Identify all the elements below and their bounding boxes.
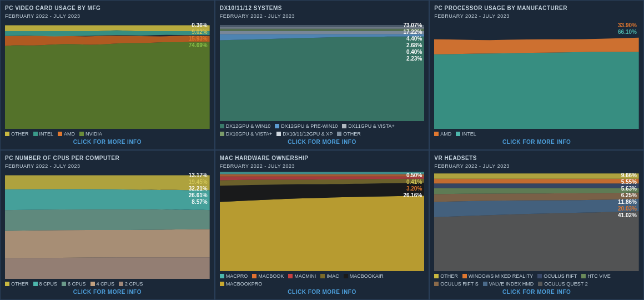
click-info-1[interactable]: CLICK FOR MORE INFO [5, 139, 210, 145]
legend-dot-3-1 [434, 132, 439, 136]
value-2-6: 2.23% [406, 56, 422, 62]
value-4-3: 32.21% [189, 186, 208, 192]
legend-item-2-6: OTHER [337, 131, 361, 137]
value-2-4: 2.68% [406, 42, 422, 48]
legend-dot-5-6 [220, 282, 224, 286]
chart-area-4: 13.17% 19.45% 32.21% 26.61% 8.57% [5, 171, 210, 279]
legend-label-5-1: MACPRO [226, 273, 248, 279]
legend-dot-5-4 [320, 274, 325, 278]
legend-dot-2-5 [276, 132, 281, 136]
legend-dot-6-1 [434, 274, 439, 278]
legend-dot-6-3 [537, 274, 542, 278]
legend-dot-1-4 [79, 132, 84, 136]
legend-label-1-1: OTHER [11, 131, 29, 137]
legend-item-1-4: NVIDIA [79, 131, 102, 137]
legend-label-6-3: OCULUS RIFT [544, 273, 577, 279]
date-range-4: FEBRUARY 2022 - JULY 2023 [5, 163, 210, 169]
legend-item-5-6: MACBOOKPRO [220, 281, 263, 287]
legend-dot-6-2 [462, 274, 467, 278]
legend-label-5-5: MACBOOKAIR [350, 273, 384, 279]
legend-item-5-3: MACMINI [288, 273, 316, 279]
legend-item-2-2: DX12GPU & PRE-WIN10 [275, 123, 338, 129]
legend-item-4-2: 8 CPUS [33, 281, 58, 287]
legend-dot-4-2 [33, 282, 38, 286]
value-2-3: 4.40% [406, 36, 422, 42]
value-6-7: 41.02% [618, 212, 637, 218]
legend-6: OTHER WINDOWS MIXED REALITY OCULUS RIFT … [434, 273, 639, 287]
legend-dot-6-5 [434, 282, 439, 286]
date-range-1: FEBRUARY 2022 - JULY 2023 [5, 13, 210, 19]
chart-svg-3 [434, 21, 639, 129]
legend-label-6-7: OCULUS QUEST 2 [544, 281, 587, 287]
legend-item-6-2: WINDOWS MIXED REALITY [462, 273, 534, 279]
legend-item-6-4: HTC VIVE [581, 273, 611, 279]
value-5-3: 3.20% [406, 186, 422, 192]
legend-label-2-5: DX10/11/12GPU & XP [283, 131, 333, 137]
legend-item-1-1: OTHER [5, 131, 29, 137]
chart-svg-6 [434, 171, 639, 271]
value-4-4: 26.61% [189, 192, 208, 198]
legend-item-2-3: DX11GPU & VISTA+ [342, 123, 395, 129]
click-info-2[interactable]: CLICK FOR MORE INFO [220, 139, 425, 145]
chart-svg-4 [5, 171, 210, 279]
panel-title-2: DX10/11/12 SYSTEMS [220, 5, 425, 11]
legend-dot-6-6 [483, 282, 487, 286]
values-overlay-1: 0.36% 9.02% 15.93% 74.69% [187, 21, 210, 49]
chart-area-3: 33.90% 66.10% [434, 21, 639, 129]
date-range-3: FEBRUARY 2022 - JULY 2023 [434, 13, 639, 19]
legend-item-4-5: 2 CPUS [119, 281, 143, 287]
value-6-3: 5.63% [621, 186, 637, 192]
click-info-6[interactable]: CLICK FOR MORE INFO [434, 289, 639, 295]
legend-item-4-3: 6 CPUS [62, 281, 86, 287]
value-5-1: 0.50% [406, 172, 422, 178]
legend-label-4-3: 6 CPUS [68, 281, 86, 287]
legend-label-3-2: INTEL [462, 131, 476, 137]
chart-area-5: 0.50% 0.41% 3.20% 26.16% [220, 171, 425, 271]
legend-label-2-6: OTHER [343, 131, 361, 137]
value-5-2: 0.41% [406, 179, 422, 185]
panel-dx-systems: DX10/11/12 SYSTEMS FEBRUARY 2022 - JULY … [215, 0, 430, 150]
chart-svg-1 [5, 21, 210, 129]
legend-item-2-5: DX10/11/12GPU & XP [276, 131, 333, 137]
chart-area-6: 9.66% 5.55% 5.63% 6.25% 11.86% 20.03% 41… [434, 171, 639, 271]
legend-label-4-1: OTHER [11, 281, 29, 287]
legend-dot-5-5 [344, 274, 348, 278]
legend-item-5-4: IMAC [320, 273, 339, 279]
legend-dot-4-5 [119, 282, 123, 286]
legend-2: DX12GPU & WIN10 DX12GPU & PRE-WIN10 DX11… [220, 123, 425, 137]
legend-item-6-7: OCULUS QUEST 2 [538, 281, 587, 287]
click-info-3[interactable]: CLICK FOR MORE INFO [434, 139, 639, 145]
value-1-2: 9.02% [192, 29, 207, 35]
legend-dot-1-1 [5, 132, 9, 136]
legend-dot-5-1 [220, 274, 224, 278]
legend-dot-5-3 [288, 274, 293, 278]
panel-title-5: MAC HARDWARE OWNERSHIP [220, 155, 425, 161]
value-6-4: 6.25% [621, 192, 637, 198]
click-info-4[interactable]: CLICK FOR MORE INFO [5, 289, 210, 295]
chart-4: 13.17% 19.45% 32.21% 26.61% 8.57% [5, 171, 210, 279]
legend-label-4-5: 2 CPUS [125, 281, 143, 287]
legend-5: MACPRO MACBOOK MACMINI IMAC MACBOOKAIR M… [220, 273, 425, 287]
panel-vr-headsets: VR HEADSETS FEBRUARY 2022 - JULY 2023 [429, 150, 644, 300]
panel-title-6: VR HEADSETS [434, 155, 639, 161]
values-overlay-4: 13.17% 19.45% 32.21% 26.61% 8.57% [187, 171, 210, 206]
value-2-1: 73.07% [403, 22, 422, 28]
legend-item-5-5: MACBOOKAIR [344, 273, 384, 279]
legend-item-1-3: AMD [58, 131, 75, 137]
legend-label-6-1: OTHER [440, 273, 458, 279]
value-2-2: 17.22% [403, 29, 422, 35]
legend-dot-2-4 [220, 132, 224, 136]
click-info-5[interactable]: CLICK FOR MORE INFO [220, 289, 425, 295]
panel-pc-video-card: PC VIDEO CARD USAGE BY MFG FEBRUARY 2022… [0, 0, 215, 150]
values-overlay-5: 0.50% 0.41% 3.20% 26.16% [401, 171, 424, 199]
chart-svg-2 [220, 21, 425, 121]
value-6-6: 20.03% [618, 206, 637, 212]
legend-label-1-3: AMD [64, 131, 75, 137]
legend-label-5-6: MACBOOKPRO [226, 281, 263, 287]
value-6-5: 11.86% [618, 199, 637, 205]
values-overlay-2: 73.07% 17.22% 4.40% 2.68% 0.40% 2.23% [401, 21, 424, 63]
values-overlay-6: 9.66% 5.55% 5.63% 6.25% 11.86% 20.03% 41… [616, 171, 639, 219]
legend-label-6-6: VALVE INDEX HMD [489, 281, 534, 287]
legend-item-5-1: MACPRO [220, 273, 248, 279]
value-6-2: 5.55% [621, 179, 637, 185]
